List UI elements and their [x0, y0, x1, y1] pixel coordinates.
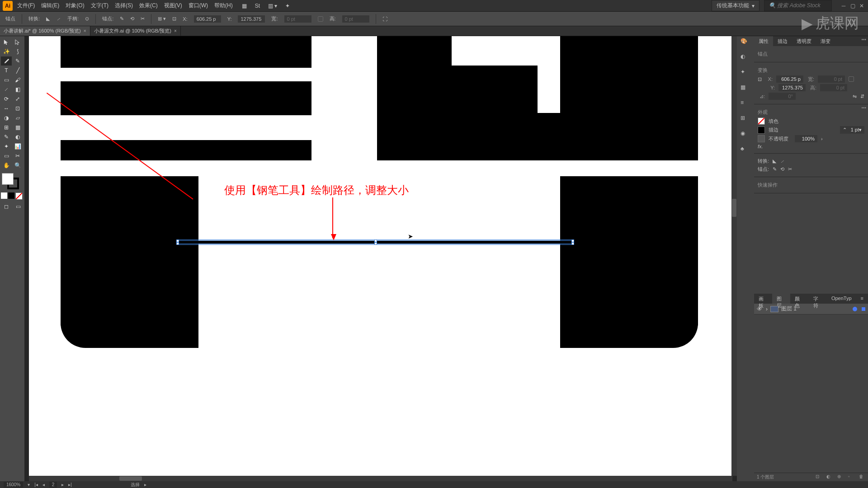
- connect-anchor-icon[interactable]: ⟲: [780, 166, 784, 172]
- artboard-next-icon[interactable]: ▸: [61, 482, 64, 487]
- magic-wand-tool[interactable]: ✨: [1, 47, 12, 56]
- connect-anchor-icon[interactable]: ⟲: [130, 16, 134, 22]
- opacity-chevron-icon[interactable]: ›: [821, 136, 823, 141]
- arrange-icon[interactable]: ▥ ▾: [268, 3, 277, 9]
- remove-anchor-icon[interactable]: ✎: [120, 16, 124, 22]
- blend-tool[interactable]: ◐: [12, 132, 23, 141]
- close-button[interactable]: ✕: [858, 2, 865, 9]
- menu-help[interactable]: 帮助(H): [214, 2, 233, 9]
- tab-close-icon[interactable]: ×: [84, 28, 86, 33]
- gradient-tool[interactable]: ▦: [12, 123, 23, 132]
- layer-target-icon[interactable]: [853, 307, 857, 311]
- symbol-sprayer-tool[interactable]: ✦: [1, 142, 12, 151]
- panel-menu-icon[interactable]: •••: [861, 37, 866, 42]
- rectangle-tool[interactable]: ▭: [1, 75, 12, 84]
- delete-layer-icon[interactable]: 🗑: [859, 474, 865, 480]
- visibility-icon[interactable]: 👁: [757, 306, 763, 312]
- opacity-swatch[interactable]: [758, 135, 765, 142]
- pen-tool[interactable]: [1, 56, 12, 66]
- width-tool[interactable]: ↔: [1, 104, 12, 113]
- isolate-icon[interactable]: ⊞ ▾: [158, 16, 166, 22]
- cb-w-value[interactable]: 0 pt: [284, 15, 311, 23]
- rotate-tool[interactable]: ⟳: [1, 94, 12, 103]
- none-mode-icon[interactable]: [15, 192, 23, 200]
- appearance-icon[interactable]: ◉: [741, 130, 750, 139]
- workspace-selector[interactable]: 传统基本功能▾: [712, 0, 760, 11]
- shaper-tool[interactable]: ⟋: [1, 85, 12, 94]
- tab-opentype[interactable]: OpenTyp: [827, 294, 856, 304]
- tab-properties[interactable]: 属性: [754, 36, 773, 46]
- cb-x-value[interactable]: 606.25 p: [194, 15, 221, 23]
- align-point-icon[interactable]: ⊡: [172, 16, 176, 22]
- menu-view[interactable]: 视图(V): [164, 2, 182, 9]
- document-tab-inactive[interactable]: 小暑源文件.ai @ 100% (RGB/预览)×: [90, 26, 181, 36]
- scrollbar-vertical[interactable]: [731, 36, 737, 476]
- tab-transparency[interactable]: 透明度: [792, 36, 816, 46]
- tab-character[interactable]: 字符: [809, 294, 827, 304]
- type-tool[interactable]: T: [1, 66, 12, 75]
- zoom-chevron-icon[interactable]: ▾: [28, 482, 30, 487]
- remove-anchor-icon[interactable]: ✎: [773, 166, 777, 172]
- reference-point-icon[interactable]: ⊡: [758, 76, 762, 82]
- search-stock-input[interactable]: 🔍 搜索 Adobe Stock: [764, 0, 832, 11]
- tab-layers[interactable]: 图层: [772, 294, 790, 304]
- curvature-tool[interactable]: ✎: [12, 56, 23, 66]
- locate-layer-icon[interactable]: ⊡: [816, 474, 822, 480]
- opacity-value[interactable]: 100%: [795, 135, 817, 142]
- document-tab-active[interactable]: 小暑讲解.ai* @ 1600% (RGB/预览)×: [0, 26, 90, 36]
- eyedropper-tool[interactable]: ✎: [1, 132, 12, 141]
- scale-tool[interactable]: ⤢: [12, 94, 23, 103]
- cb-y-value[interactable]: 1275.375: [238, 15, 265, 23]
- handle-show-icon[interactable]: ⊙: [85, 16, 89, 22]
- gradient-mode-icon[interactable]: [8, 192, 14, 199]
- convert-smooth-icon[interactable]: ⟋: [780, 159, 785, 164]
- cb-h-value[interactable]: 0 pt: [342, 15, 369, 23]
- cut-anchor-icon[interactable]: ✂: [141, 16, 145, 22]
- convert-corner-icon[interactable]: ◣: [46, 16, 50, 22]
- tab-close-icon[interactable]: ×: [174, 28, 177, 33]
- shape-builder-tool[interactable]: ◑: [1, 113, 12, 122]
- maximize-button[interactable]: ▢: [849, 2, 856, 9]
- prop-h-value[interactable]: 0 pt: [820, 84, 847, 91]
- menu-object[interactable]: 对象(O): [66, 2, 84, 9]
- artboard-prev-icon[interactable]: ◂: [42, 482, 45, 487]
- layer-name[interactable]: 图层 1: [781, 305, 797, 313]
- zoom-level[interactable]: 1600%: [4, 482, 23, 488]
- menu-window[interactable]: 窗口(W): [189, 2, 208, 9]
- menu-edit[interactable]: 编辑(E): [41, 2, 59, 9]
- free-transform-tool[interactable]: ⊡: [12, 104, 23, 113]
- symbols-icon[interactable]: ▦: [741, 84, 750, 93]
- flip-h-icon[interactable]: ⇋: [853, 94, 857, 99]
- tab-stroke[interactable]: 描边: [773, 36, 792, 46]
- graphic-styles-icon[interactable]: ♣: [741, 145, 750, 155]
- artboard-tool[interactable]: ▭: [1, 151, 12, 160]
- link-wh-icon[interactable]: [318, 16, 323, 22]
- color-mode-icon[interactable]: [1, 192, 7, 199]
- line-tool[interactable]: ╱: [12, 66, 23, 75]
- menu-select[interactable]: 选择(S): [115, 2, 133, 9]
- screen-mode-icon[interactable]: ▭: [13, 202, 24, 211]
- menu-type[interactable]: 文字(T): [91, 2, 108, 9]
- make-clip-icon[interactable]: ◐: [826, 474, 833, 480]
- canvas-area[interactable]: ➤ 使用【钢笔工具】绘制路径，调整大小: [24, 36, 737, 481]
- tab-gradient[interactable]: 渐变: [816, 36, 835, 46]
- flip-v-icon[interactable]: ⇵: [860, 94, 864, 99]
- link-icon[interactable]: [849, 76, 854, 82]
- hand-tool[interactable]: ✋: [1, 161, 12, 170]
- slice-tool[interactable]: ✂: [12, 151, 23, 160]
- crop-icon[interactable]: ⛶: [382, 16, 387, 22]
- layer-row[interactable]: 👁 › 图层 1: [754, 304, 868, 314]
- prop-x-value[interactable]: 606.25 p: [776, 75, 803, 83]
- zoom-tool[interactable]: 🔍: [12, 161, 23, 170]
- tab-swatches[interactable]: 颜色: [790, 294, 808, 304]
- cut-path-icon[interactable]: ✂: [788, 166, 792, 172]
- menu-effect[interactable]: 效果(C): [139, 2, 158, 9]
- tab-artboards[interactable]: 画板: [754, 294, 772, 304]
- bridge-icon[interactable]: ▦: [242, 3, 247, 9]
- stroke-swatch-prop[interactable]: [758, 127, 765, 134]
- direct-selection-tool[interactable]: [12, 38, 23, 47]
- panel-menu-icon[interactable]: ≡: [856, 294, 868, 304]
- artboard-first-icon[interactable]: |◂: [34, 482, 38, 487]
- scrollbar-horizontal[interactable]: [29, 476, 732, 481]
- brushes-icon[interactable]: ✦: [741, 69, 750, 78]
